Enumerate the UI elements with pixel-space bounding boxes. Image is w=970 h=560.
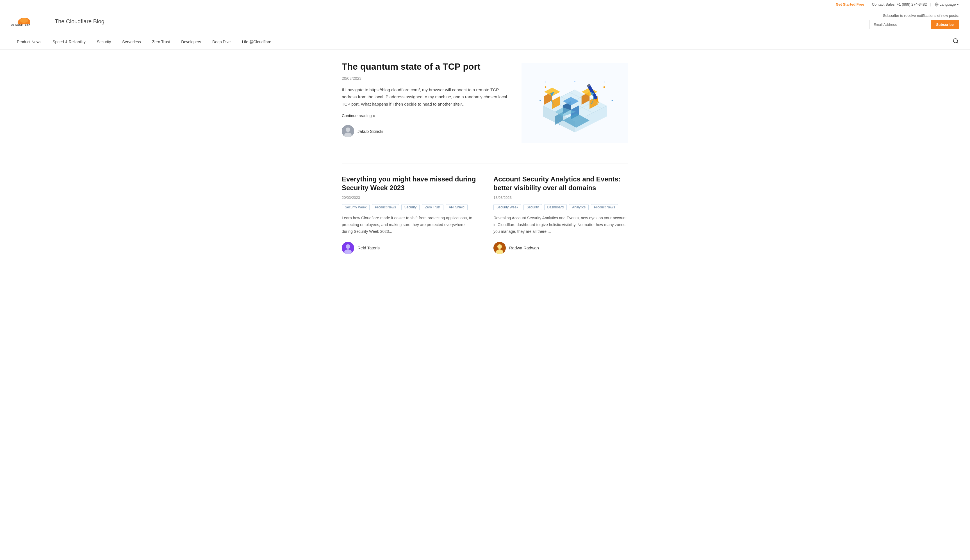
svg-point-43 — [540, 100, 541, 101]
featured-article: The quantum state of a TCP port 20/03/20… — [342, 61, 628, 146]
featured-title[interactable]: The quantum state of a TCP port — [342, 61, 510, 73]
svg-point-42 — [612, 100, 613, 101]
tag-security-week-2[interactable]: Security Week — [493, 204, 521, 210]
author-name: Jakub Sitnicki — [358, 129, 383, 134]
globe-icon — [935, 3, 938, 7]
article-1-tags: Security Week Product News Security Zero… — [342, 204, 477, 210]
tag-product-news[interactable]: Product News — [372, 204, 399, 210]
svg-line-9 — [957, 42, 958, 43]
tag-security-week[interactable]: Security Week — [342, 204, 370, 210]
tag-api-shield[interactable]: API Shield — [446, 204, 468, 210]
article-1-author-name: Reid Tatoris — [358, 245, 380, 250]
featured-excerpt: If I navigate to https://blog.cloudflare… — [342, 86, 510, 108]
nav-item-zero-trust[interactable]: Zero Trust — [146, 35, 175, 49]
top-bar: Get Started Free | Contact Sales: +1 (88… — [0, 0, 970, 9]
continue-reading-link[interactable]: Continue reading » — [342, 113, 375, 118]
logo[interactable]: CLOUDFLARE The Cloudflare Blog — [11, 16, 105, 27]
article-2: Account Security Analytics and Events: b… — [493, 175, 628, 254]
tcp-illustration: + + + — [522, 61, 628, 145]
article-2-tags: Security Week Security Dashboard Analyti… — [493, 204, 628, 210]
article-1-date: 20/03/2023 — [342, 195, 477, 200]
svg-point-6 — [20, 18, 28, 23]
cloudflare-logo-icon: CLOUDFLARE — [11, 16, 48, 27]
featured-content: The quantum state of a TCP port 20/03/20… — [342, 61, 510, 137]
svg-text:+: + — [611, 103, 613, 107]
svg-point-41 — [603, 86, 605, 88]
language-selector[interactable]: Language ▸ — [935, 2, 959, 7]
svg-point-44 — [574, 81, 575, 82]
featured-image: + + + — [522, 61, 628, 146]
subscribe-form: Subscribe — [869, 20, 959, 29]
author-2-avatar-icon — [342, 242, 354, 254]
article-2-author: Radwa Radwan — [493, 242, 628, 254]
divider: | — [867, 2, 868, 7]
blog-title: The Cloudflare Blog — [50, 18, 105, 25]
header-left: CLOUDFLARE The Cloudflare Blog — [11, 16, 105, 27]
header-right: Subscribe to receive notifications of ne… — [869, 13, 959, 29]
contact-info: Contact Sales: +1 (888) 274-3482 — [872, 2, 927, 7]
tag-zero-trust[interactable]: Zero Trust — [422, 204, 443, 210]
get-started-link[interactable]: Get Started Free — [836, 2, 864, 7]
article-1-excerpt: Learn how Cloudflare made it easier to s… — [342, 215, 477, 235]
nav-item-product-news[interactable]: Product News — [11, 35, 47, 49]
main-nav: Product News Speed & Reliability Securit… — [0, 34, 970, 50]
nav-item-life-cloudflare[interactable]: Life @Cloudflare — [236, 35, 277, 49]
featured-date: 20/03/2023 — [342, 76, 510, 81]
nav-item-deep-dive[interactable]: Deep Dive — [207, 35, 236, 49]
article-1-author: Reid Tatoris — [342, 242, 477, 254]
header: CLOUDFLARE The Cloudflare Blog Subscribe… — [0, 9, 970, 34]
svg-text:+: + — [544, 80, 547, 84]
article-2-author-name: Radwa Radwan — [509, 245, 539, 250]
nav-item-serverless[interactable]: Serverless — [117, 35, 146, 49]
divider2: | — [930, 2, 931, 7]
avatar — [342, 242, 354, 254]
tag-analytics[interactable]: Analytics — [569, 204, 588, 210]
svg-point-40 — [545, 86, 547, 88]
tag-product-news-2[interactable]: Product News — [591, 204, 618, 210]
section-divider — [342, 163, 628, 163]
article-1: Everything you might have missed during … — [342, 175, 477, 254]
svg-point-52 — [497, 244, 502, 249]
featured-author: Jakub Sitnicki — [342, 125, 510, 137]
svg-point-11 — [346, 128, 350, 132]
subscribe-label: Subscribe to receive notifications of ne… — [883, 13, 959, 18]
article-1-title[interactable]: Everything you might have missed during … — [342, 175, 477, 192]
author-avatar-icon — [342, 125, 354, 137]
search-icon — [953, 38, 959, 44]
avatar — [342, 125, 354, 137]
author-3-avatar-icon — [493, 242, 506, 254]
avatar — [493, 242, 506, 254]
svg-text:CLOUDFLARE: CLOUDFLARE — [11, 24, 30, 27]
article-grid: Everything you might have missed during … — [342, 175, 628, 254]
article-2-title[interactable]: Account Security Analytics and Events: b… — [493, 175, 628, 192]
nav-item-developers[interactable]: Developers — [175, 35, 207, 49]
email-input[interactable] — [869, 20, 931, 29]
svg-point-49 — [346, 244, 350, 249]
svg-text:+: + — [604, 80, 606, 84]
nav-item-security[interactable]: Security — [91, 35, 117, 49]
tag-security-2[interactable]: Security — [523, 204, 542, 210]
tag-dashboard[interactable]: Dashboard — [544, 204, 567, 210]
main-content: The quantum state of a TCP port 20/03/20… — [330, 50, 640, 265]
nav-item-speed-reliability[interactable]: Speed & Reliability — [47, 35, 91, 49]
search-button[interactable] — [953, 34, 959, 50]
article-2-date: 18/03/2023 — [493, 195, 628, 200]
subscribe-button[interactable]: Subscribe — [931, 20, 959, 29]
article-2-excerpt: Revealing Account Security Analytics and… — [493, 215, 628, 235]
tag-security[interactable]: Security — [401, 204, 420, 210]
